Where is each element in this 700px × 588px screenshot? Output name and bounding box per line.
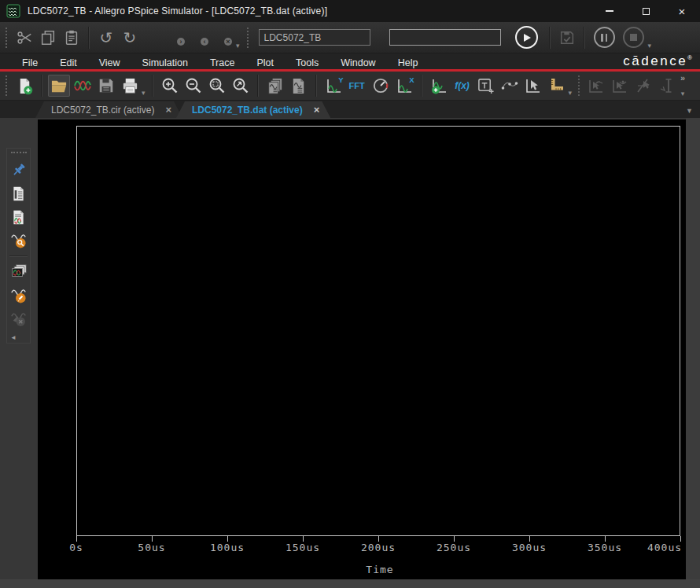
zoom-in-button[interactable]	[159, 75, 181, 97]
copy-plot-button[interactable]	[264, 75, 286, 97]
copy-plot-icon	[266, 77, 284, 95]
menu-file[interactable]: File	[11, 55, 49, 71]
add-text-label-button[interactable]	[475, 75, 497, 97]
undo-button[interactable]: ↺	[94, 26, 118, 50]
edit-trace-button[interactable]	[8, 284, 29, 307]
x-tick	[378, 536, 379, 542]
toolbar-drag-handle[interactable]	[6, 75, 7, 96]
x-tick	[227, 536, 228, 542]
pause-simulation-button[interactable]	[594, 27, 615, 48]
document-waveform-icon	[10, 209, 27, 226]
next-bookmark-button[interactable]: ›	[165, 26, 189, 50]
cursor-trough-icon	[610, 76, 629, 95]
menu-trace[interactable]: Trace	[199, 55, 246, 71]
zoom-fit-icon	[208, 76, 227, 95]
zoom-fit-button[interactable]	[206, 75, 228, 97]
open-file-button[interactable]	[48, 75, 70, 97]
save-icon	[98, 77, 115, 94]
menu-tools[interactable]: Tools	[285, 55, 330, 71]
mark-data-points-button[interactable]	[499, 75, 521, 97]
app-logo-icon	[6, 4, 20, 18]
minimize-button[interactable]	[591, 0, 628, 22]
save-button[interactable]	[95, 75, 117, 97]
overflow-chevron-icon[interactable]: »	[680, 74, 685, 83]
menu-simulation[interactable]: Simulation	[131, 55, 199, 71]
bookmark-previous-icon: ‹	[195, 31, 206, 44]
print-icon	[121, 77, 139, 95]
zoom-out-button[interactable]	[182, 75, 204, 97]
run-simulation-button[interactable]	[515, 26, 538, 49]
menu-plot[interactable]: Plot	[245, 55, 285, 71]
run-to-time-input[interactable]	[389, 29, 501, 46]
menu-window[interactable]: Window	[330, 55, 386, 71]
maximize-button[interactable]	[628, 0, 664, 22]
overflow-caret[interactable]: ▾	[681, 90, 685, 97]
close-button[interactable]: ×	[664, 0, 700, 22]
clear-bookmarks-button[interactable]: ×	[212, 26, 236, 50]
toolbar-drag-handle[interactable]	[247, 28, 249, 48]
add-trace-button[interactable]	[428, 75, 450, 97]
waveform-plot-area[interactable]: 0s 50us 100us 150us 200us 250us 300us 35…	[38, 119, 686, 579]
ruler-dropdown-caret[interactable]: ▾	[569, 89, 573, 97]
view-output-file-button[interactable]	[8, 205, 29, 229]
sidebar-collapse-icon[interactable]: ◄	[7, 334, 17, 341]
paste-button[interactable]	[60, 26, 83, 50]
fx-icon: f(x)	[455, 80, 470, 91]
cut-button[interactable]	[13, 26, 36, 50]
paste-plot-button[interactable]	[288, 75, 310, 97]
menu-view[interactable]: View	[88, 55, 131, 71]
registered-mark: ®	[687, 54, 692, 61]
x-tick	[303, 536, 304, 542]
simulation-waveform-button[interactable]	[72, 75, 94, 97]
bottom-strip	[0, 579, 700, 588]
x-tick-label: 200us	[347, 542, 410, 553]
cursor-peak-button	[585, 75, 607, 97]
copy-button[interactable]	[36, 26, 60, 50]
save-simulation-results-button	[555, 26, 579, 50]
x-tick	[529, 536, 530, 542]
fft-icon: FFT	[348, 81, 364, 90]
measurement-ruler-button[interactable]	[546, 75, 568, 97]
tab-dat-close-icon[interactable]: ×	[314, 104, 320, 116]
toolbar-separator	[152, 75, 153, 97]
plot-x-axis-button[interactable]: X	[393, 75, 415, 97]
tab-list-dropdown-icon[interactable]: ▼	[686, 107, 693, 115]
fft-button[interactable]: FFT	[346, 75, 368, 97]
sidebar-drag-handle[interactable]	[11, 152, 27, 153]
tab-dat-file[interactable]: LDC5072_TB.dat (active) ×	[176, 101, 330, 118]
search-trace-button[interactable]	[8, 229, 29, 252]
toggle-cursor-button[interactable]	[522, 75, 544, 97]
bookmark-dropdown-caret[interactable]: ▾	[236, 42, 240, 50]
menu-help[interactable]: Help	[387, 55, 429, 71]
view-multiple-plots-button[interactable]	[8, 260, 29, 284]
toolbar-separator	[88, 27, 90, 49]
save-check-icon	[558, 29, 576, 46]
toolbar-drag-handle[interactable]	[6, 28, 7, 48]
toggle-bookmark-button[interactable]	[142, 26, 165, 50]
toolbar-overflow[interactable]: » ▾	[680, 74, 685, 97]
performance-analysis-button[interactable]	[370, 75, 392, 97]
simulation-profile-input[interactable]	[259, 29, 370, 46]
open-folder-icon	[50, 77, 68, 95]
zoom-area-icon	[231, 76, 250, 95]
menu-edit[interactable]: Edit	[49, 55, 88, 71]
pin-toolbar-button[interactable]	[8, 158, 29, 182]
plot-y-axis-button[interactable]: Y	[322, 75, 344, 97]
toolbar-separator	[421, 75, 422, 97]
new-file-button[interactable]	[13, 75, 35, 97]
cursor-point-button	[656, 75, 678, 97]
add-function-button[interactable]: f(x)	[451, 75, 473, 97]
previous-bookmark-button[interactable]: ‹	[189, 26, 212, 50]
redo-button[interactable]: ↻	[118, 26, 142, 50]
zoom-area-button[interactable]	[230, 75, 252, 97]
maximize-icon	[643, 8, 650, 15]
mark-points-icon	[500, 76, 519, 95]
print-button[interactable]	[119, 75, 141, 97]
tab-cir-file[interactable]: LDC5072_TB.cir (active) ×	[35, 101, 182, 118]
stop-icon	[630, 34, 637, 41]
view-pspice-file-button[interactable]	[8, 182, 29, 205]
simulation-dropdown-caret[interactable]: ▾	[648, 42, 652, 50]
print-dropdown-caret[interactable]: ▾	[142, 89, 146, 97]
tab-cir-close-icon[interactable]: ×	[165, 104, 171, 116]
toolbar-separator-dotted	[578, 75, 580, 96]
